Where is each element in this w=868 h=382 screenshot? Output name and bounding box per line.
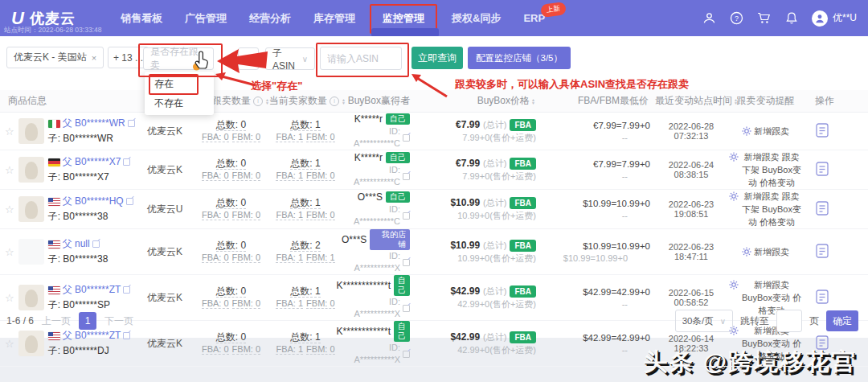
external-link-icon[interactable] — [403, 212, 410, 220]
follow-fbm[interactable]: FBM: 0 — [232, 132, 260, 142]
logo-icon: U — [11, 10, 24, 27]
cart-icon[interactable] — [757, 11, 772, 25]
external-link-icon[interactable] — [403, 173, 410, 180]
follow-fba[interactable]: FBA: 0 — [202, 170, 229, 181]
prev-page-button[interactable]: 上一页 — [42, 314, 71, 328]
dropdown-option[interactable]: 不存在 — [145, 93, 214, 113]
avatar — [812, 10, 828, 27]
query-button[interactable]: 立即查询 — [411, 47, 463, 69]
follow-total[interactable]: 总数: 0 — [216, 240, 246, 252]
follow-total[interactable]: 总数: 0 — [216, 158, 246, 170]
seller-fbm[interactable]: FBM: 0 — [306, 170, 334, 181]
follow-fba[interactable]: FBA: 0 — [202, 344, 229, 355]
external-link-icon[interactable] — [403, 351, 410, 358]
app-logo[interactable]: U 优麦云 — [11, 9, 106, 28]
seller-fba[interactable]: FBA: 1 — [276, 170, 303, 181]
page-size-select[interactable]: 30条/页 ∨ — [675, 310, 733, 332]
external-link-icon[interactable] — [123, 286, 130, 294]
asin-input[interactable] — [320, 47, 402, 70]
follow-fba[interactable]: FBA: 0 — [202, 132, 229, 142]
nav-item[interactable]: 广告管理 — [185, 11, 227, 26]
page-number-button[interactable]: 1 — [79, 312, 96, 330]
follow-total[interactable]: 总数: 0 — [216, 197, 246, 209]
alert-settings-icon[interactable] — [742, 126, 751, 136]
nav-item[interactable]: 销售看板 — [121, 11, 162, 26]
app-name: 优麦云 — [30, 9, 76, 28]
seller-fba[interactable]: FBA: 1 — [276, 132, 303, 142]
external-link-icon[interactable] — [403, 134, 410, 142]
nav-item[interactable]: 库存管理 — [313, 11, 355, 26]
external-link-icon[interactable] — [128, 120, 135, 127]
sort-icon[interactable]: ▲▼ — [342, 98, 346, 105]
external-link-icon[interactable] — [123, 158, 130, 166]
record-log-icon[interactable] — [816, 123, 829, 138]
follow-fbm[interactable]: FBM: 0 — [232, 210, 260, 220]
favorite-star-icon[interactable]: ☆ — [5, 338, 14, 350]
seller-total[interactable]: 总数: 1 — [290, 119, 320, 131]
parent-asin-link[interactable]: 父 null — [63, 237, 90, 251]
favorite-star-icon[interactable]: ☆ — [5, 164, 14, 176]
seller-fbm[interactable]: FBM: 0 — [306, 132, 334, 142]
product-image — [18, 118, 44, 144]
site-filter-tag[interactable]: 优麦云K - 美国站 × — [6, 47, 104, 68]
alert-settings-icon[interactable] — [742, 247, 751, 257]
help-icon[interactable]: ? — [730, 11, 743, 25]
seller-total[interactable]: 总数: 2 — [290, 240, 320, 252]
seller-fbm[interactable]: FBM: 1 — [306, 253, 334, 263]
sub-asin-select[interactable]: 子 ASIN ∨ — [265, 47, 315, 70]
follow-fbm[interactable]: FBM: 0 — [232, 170, 260, 181]
seller-fba[interactable]: FBA: 1 — [276, 210, 303, 220]
seller-fba[interactable]: FBA: 1 — [276, 253, 303, 263]
record-log-icon[interactable] — [816, 244, 829, 258]
favorite-star-icon[interactable]: ☆ — [5, 292, 14, 304]
follow-fbm[interactable]: FBM: 0 — [232, 253, 260, 263]
follow-fba[interactable]: FBA: 0 — [202, 253, 229, 263]
confirm-button[interactable]: 确定 — [826, 310, 858, 331]
bell-icon[interactable] — [785, 11, 798, 25]
support-icon[interactable] — [702, 11, 716, 25]
favorite-star-icon[interactable]: ☆ — [5, 246, 14, 258]
user-menu[interactable]: 优**U — [812, 10, 857, 27]
external-link-icon[interactable] — [92, 240, 100, 248]
nav-item[interactable]: 经营分析 — [249, 11, 291, 26]
record-log-icon[interactable] — [816, 290, 829, 304]
winner-badge: 自己 — [394, 275, 410, 296]
favorite-star-icon[interactable]: ☆ — [5, 125, 14, 138]
parent-asin-link[interactable]: 父 B0******HQ — [63, 195, 124, 208]
follow-fba[interactable]: FBA: 0 — [202, 210, 229, 220]
winner-badge: 自己 — [386, 113, 410, 125]
seller-total[interactable]: 总数: 1 — [290, 197, 320, 209]
parent-asin-select[interactable]: ∨ — [238, 47, 259, 70]
favorite-star-icon[interactable]: ☆ — [5, 203, 14, 216]
parent-asin-link[interactable]: 父 B0******ZT — [63, 283, 121, 297]
parent-asin-link[interactable]: 父 B0******X7 — [63, 155, 121, 169]
record-log-icon[interactable] — [816, 335, 829, 350]
follow-total[interactable]: 总数: 0 — [216, 285, 246, 298]
nav-item[interactable]: 授权&同步 — [452, 11, 501, 26]
nav-item[interactable]: ERP上新 — [523, 12, 545, 24]
follow-total[interactable]: 总数: 0 — [216, 119, 246, 131]
external-link-icon[interactable] — [126, 198, 133, 205]
seller-fba[interactable]: FBA: 1 — [276, 344, 303, 355]
alert-settings-icon[interactable] — [729, 152, 739, 162]
nav-item[interactable]: 监控管理 — [378, 11, 429, 26]
config-monitor-shops-button[interactable]: 配置监控店铺（3/5） — [468, 47, 571, 69]
alert-settings-icon[interactable] — [729, 280, 739, 290]
seller-total[interactable]: 总数: 1 — [290, 285, 320, 298]
exist-follow-select[interactable]: 是否存在跟卖 — [143, 47, 214, 70]
next-page-button[interactable]: 下一页 — [104, 314, 133, 328]
parent-asin-link[interactable]: 父 B0******WR — [63, 117, 125, 130]
close-icon[interactable]: × — [92, 53, 96, 63]
seller-fbm[interactable]: FBM: 0 — [306, 344, 334, 355]
record-log-icon[interactable] — [816, 162, 829, 176]
seller-total[interactable]: 总数: 1 — [290, 158, 320, 170]
jump-page-input[interactable] — [776, 310, 802, 332]
external-link-icon[interactable] — [403, 259, 410, 266]
record-log-icon[interactable] — [816, 201, 829, 216]
site-filter-tag-label: 优麦云K - 美国站 — [14, 51, 87, 64]
seller-fbm[interactable]: FBM: 0 — [306, 210, 334, 220]
alert-settings-icon[interactable] — [729, 191, 739, 201]
follow-fbm[interactable]: FBM: 0 — [232, 344, 260, 355]
sort-icon[interactable]: ▲▼ — [531, 98, 535, 105]
dropdown-option[interactable]: 存在 — [145, 74, 214, 93]
